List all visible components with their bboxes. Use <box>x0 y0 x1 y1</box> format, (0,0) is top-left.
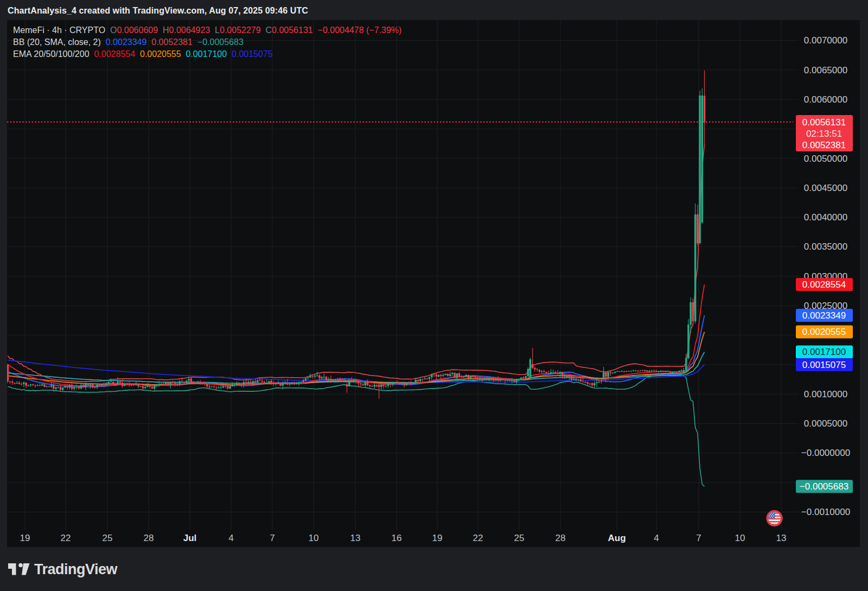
svg-text:TradingView: TradingView <box>34 561 118 577</box>
